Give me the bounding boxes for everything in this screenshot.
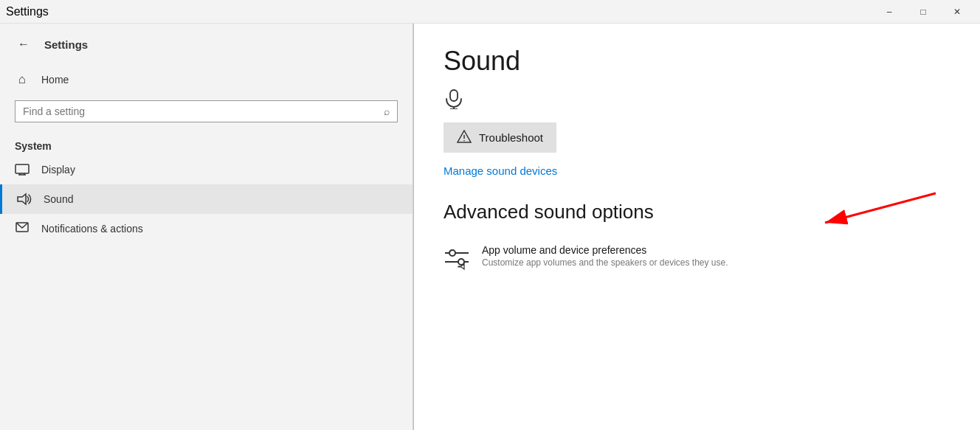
svg-marker-4 — [18, 194, 26, 204]
manage-sound-devices-link[interactable]: Manage sound devices — [444, 164, 950, 177]
svg-point-15 — [458, 259, 464, 265]
sound-icon — [17, 192, 32, 207]
app-volume-icon — [444, 246, 470, 272]
sidebar-item-label-home: Home — [41, 74, 69, 86]
sidebar-item-label-notifications: Notifications & actions — [41, 223, 143, 235]
warning-icon — [457, 130, 472, 145]
display-icon — [15, 162, 30, 177]
system-section-label: System — [0, 134, 413, 155]
sidebar-item-display[interactable]: Display — [0, 155, 413, 184]
main-content: Sound Troubleshoot Manage sound devices … — [414, 24, 980, 430]
app-volume-text: App volume and device preferences Custom… — [482, 244, 728, 268]
sidebar-item-home[interactable]: ⌂ Home — [0, 65, 413, 94]
svg-rect-6 — [450, 90, 458, 101]
settings-title: Settings — [44, 38, 88, 51]
app-volume-option[interactable]: App volume and device preferences Custom… — [444, 238, 950, 278]
page-title: Sound — [444, 46, 950, 77]
search-container: ⌕ — [0, 94, 413, 134]
title-bar-controls: – □ ✕ — [872, 0, 974, 24]
svg-point-13 — [449, 250, 455, 256]
title-bar-left: Settings — [6, 5, 49, 18]
close-button[interactable]: ✕ — [940, 0, 974, 24]
app-volume-desc: Customize app volumes and the speakers o… — [482, 257, 728, 268]
troubleshoot-label: Troubleshoot — [479, 131, 543, 144]
mic-icon — [444, 89, 950, 114]
app-body: ← Settings ⌂ Home ⌕ System — [0, 24, 980, 430]
svg-point-11 — [463, 140, 465, 142]
sidebar-item-label-sound: Sound — [44, 193, 73, 205]
minimize-button[interactable]: – — [872, 0, 906, 24]
troubleshoot-button[interactable]: Troubleshoot — [444, 122, 556, 153]
app-volume-title: App volume and device preferences — [482, 244, 728, 256]
sidebar: ← Settings ⌂ Home ⌕ System — [0, 24, 413, 430]
back-button[interactable]: ← — [12, 32, 35, 56]
advanced-sound-title: Advanced sound options — [444, 201, 950, 223]
home-icon: ⌂ — [15, 72, 30, 87]
maximize-button[interactable]: □ — [906, 0, 940, 24]
svg-rect-0 — [15, 164, 29, 173]
search-input[interactable] — [23, 105, 378, 117]
search-box: ⌕ — [15, 100, 398, 122]
title-bar-title: Settings — [6, 5, 49, 18]
sidebar-item-notifications[interactable]: Notifications & actions — [0, 214, 413, 243]
title-bar: Settings – □ ✕ — [0, 0, 980, 24]
sidebar-item-label-display: Display — [41, 164, 75, 176]
notifications-icon — [15, 221, 30, 236]
search-icon: ⌕ — [384, 105, 390, 117]
sidebar-item-sound[interactable]: Sound — [0, 184, 413, 214]
sidebar-header: ← Settings — [0, 24, 413, 65]
